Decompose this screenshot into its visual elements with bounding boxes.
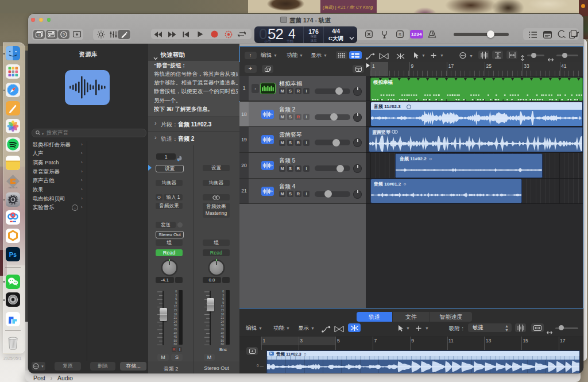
svg-text:▼: ▼ (469, 54, 473, 58)
svg-text:30: 30 (173, 323, 177, 327)
svg-text:18: 18 (173, 312, 177, 316)
svg-text:▼: ▼ (425, 326, 429, 330)
svg-text:12: 12 (173, 304, 177, 308)
svg-text:35: 35 (173, 327, 177, 331)
svg-text:S: S (398, 32, 401, 37)
svg-text:6: 6 (175, 297, 177, 300)
svg-text:50: 50 (220, 339, 224, 342)
svg-text:♪: ♪ (37, 33, 39, 37)
svg-text:▼: ▼ (406, 326, 410, 330)
svg-text:?: ? (63, 32, 65, 37)
svg-text:GAOMON: GAOMON (9, 186, 18, 188)
svg-text:35: 35 (220, 327, 224, 331)
svg-text:45: 45 (173, 335, 177, 338)
svg-text:3: 3 (222, 294, 224, 297)
svg-text:15: 15 (220, 308, 224, 312)
svg-text:21: 21 (220, 316, 224, 319)
svg-text:21: 21 (173, 316, 177, 319)
svg-text:6: 6 (222, 297, 224, 300)
svg-text:0: 0 (222, 290, 224, 293)
svg-text:▼: ▼ (421, 53, 425, 57)
svg-text:15: 15 (173, 308, 177, 312)
svg-text:40: 40 (220, 331, 224, 335)
svg-text:30: 30 (220, 323, 224, 327)
svg-text:24: 24 (220, 320, 224, 323)
svg-text:40: 40 (173, 331, 177, 335)
svg-text:50: 50 (173, 339, 177, 342)
svg-text:60: 60 (220, 342, 224, 345)
svg-text:18: 18 (220, 312, 224, 316)
svg-text:45: 45 (220, 335, 224, 338)
svg-text:3: 3 (175, 294, 177, 297)
svg-text:9: 9 (222, 301, 224, 304)
svg-text:60: 60 (173, 342, 177, 345)
svg-text:24: 24 (173, 320, 177, 323)
svg-text:0: 0 (175, 290, 177, 293)
svg-text:Ps: Ps (9, 251, 17, 258)
svg-text:12: 12 (220, 304, 224, 308)
svg-text:▼: ▼ (440, 53, 444, 57)
svg-text:9: 9 (175, 301, 177, 304)
